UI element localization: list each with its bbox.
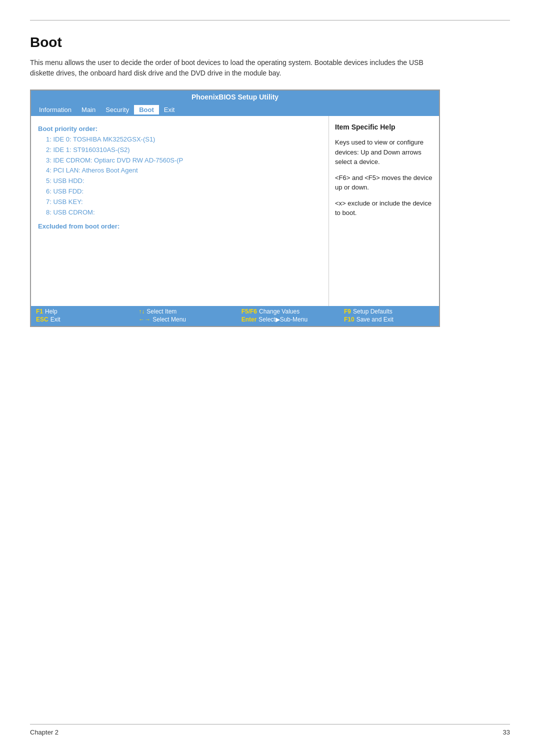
footer-item: F5/F6Change Values [242,308,332,315]
bios-help-text-2: <F6> and <F5> moves the device up or dow… [335,173,433,192]
footer-key-label: Help [45,308,58,315]
footer-key: F9 [344,308,351,315]
footer-page-number: 33 [503,728,510,736]
bios-menu-main[interactable]: Main [76,105,100,114]
excluded-label: Excluded from boot order: [38,222,322,230]
boot-entry: 6: USB FDD: [38,186,322,197]
footer-key-label: Setup Defaults [353,308,392,315]
footer-item: ESCExit [36,316,126,323]
bios-menu-information[interactable]: Information [34,105,76,114]
bios-title-bar: PhoenixBIOS Setup Utility [31,90,439,104]
footer-row: F1Help↑↓Select ItemF5/F6Change ValuesF9S… [36,308,434,315]
footer-item: F1Help [36,308,126,315]
top-divider [30,20,510,20]
bios-panel: PhoenixBIOS Setup Utility InformationMai… [30,90,440,327]
page-footer: Chapter 2 33 [30,724,510,736]
boot-entry: 3: IDE CDROM: Optiarc DVD RW AD-7560S-(P [38,156,322,166]
footer-key: F1 [36,308,43,315]
bios-help-panel: Item Specific Help Keys used to view or … [329,116,439,306]
footer-item: ↑↓Select Item [138,308,228,315]
boot-entry: 1: IDE 0: TOSHIBA MK3252GSX-(S1) [38,134,322,145]
footer-item: EnterSelect▶Sub-Menu [242,316,332,323]
page-title: Boot [30,34,510,50]
boot-entry: 4: PCI LAN: Atheros Boot Agent [38,166,322,176]
footer-key: ↑↓ [138,308,144,315]
bios-footer: F1Help↑↓Select ItemF5/F6Change ValuesF9S… [31,306,439,326]
footer-key-label: Select Item [146,308,176,315]
bios-help-text-3: <x> exclude or include the device to boo… [335,198,433,218]
bios-main-panel: Boot priority order: 1: IDE 0: TOSHIBA M… [31,116,329,306]
bios-title: PhoenixBIOS Setup Utility [192,93,278,101]
footer-key-label: Change Values [259,308,300,315]
footer-row: ESCExit←→Select MenuEnterSelect▶Sub-Menu… [36,316,434,323]
footer-key: ←→ [138,316,150,323]
boot-priority-label: Boot priority order: [38,125,322,132]
bios-menu-exit[interactable]: Exit [159,105,180,114]
bios-menu-bar: InformationMainSecurityBootExit [31,104,439,116]
footer-key-label: Select Menu [152,316,186,323]
bios-help-title: Item Specific Help [335,122,433,132]
footer-item: F9Setup Defaults [344,308,434,315]
bios-menu-boot[interactable]: Boot [134,105,159,114]
boot-entry: 8: USB CDROM: [38,208,322,218]
boot-entry: 7: USB KEY: [38,197,322,208]
footer-key: F10 [344,316,354,323]
footer-item: ←→Select Menu [138,316,228,323]
bios-menu-security[interactable]: Security [100,105,134,114]
page-description: This menu allows the user to decide the … [30,58,440,78]
footer-key: ESC [36,316,48,323]
footer-key: F5/F6 [242,308,257,315]
boot-entry: 2: IDE 1: ST9160310AS-(S2) [38,145,322,156]
bios-help-text-1: Keys used to view or configure devices: … [335,138,433,167]
footer-item: F10Save and Exit [344,316,434,323]
footer-key: Enter [242,316,257,323]
footer-key-label: Exit [50,316,60,323]
bios-body: Boot priority order: 1: IDE 0: TOSHIBA M… [31,116,439,306]
footer-key-label: Select▶Sub-Menu [258,316,308,323]
footer-key-label: Save and Exit [356,316,394,323]
boot-entry: 5: USB HDD: [38,176,322,186]
footer-chapter: Chapter 2 [30,728,58,736]
